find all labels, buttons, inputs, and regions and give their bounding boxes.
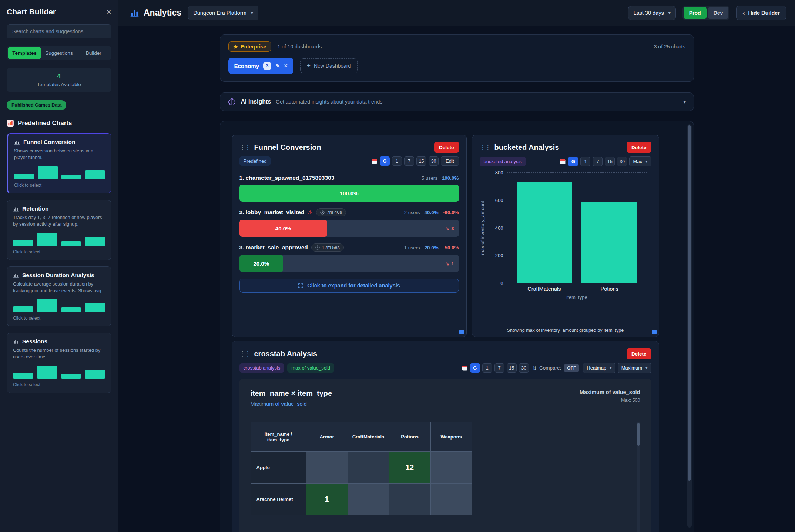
y-tick: 200 [495, 253, 503, 258]
template-card-funnel-conversion[interactable]: Funnel Conversion Shows conversion betwe… [7, 133, 111, 193]
chevron-down-icon: ▾ [610, 366, 612, 370]
tab-templates[interactable]: Templates [8, 47, 41, 59]
range-button-30[interactable]: 30 [429, 156, 439, 166]
mini-bar-chart [13, 231, 105, 246]
aggregation-value: Max [633, 159, 642, 164]
project-select[interactable]: Dungeon Era Platform ▾ [188, 6, 258, 20]
template-card-sessions[interactable]: Sessions Counts the number of sessions s… [7, 333, 111, 393]
bar-chart-icon [13, 339, 19, 344]
heat-cell[interactable] [348, 484, 389, 515]
tab-suggestions[interactable]: Suggestions [42, 47, 76, 59]
bar-label: 20.0% [254, 260, 269, 267]
close-icon[interactable]: × [284, 63, 288, 69]
heat-cell[interactable] [389, 484, 430, 515]
aggregation-select[interactable]: Maximum ▾ [618, 363, 651, 373]
ai-insights-bar[interactable]: AI Insights Get automated insights about… [220, 92, 694, 111]
template-card-retention[interactable]: Retention Tracks day 1, 3, 7 retention o… [7, 200, 111, 260]
drag-handle-icon[interactable]: ⋮⋮ [239, 144, 250, 151]
heat-cell[interactable] [430, 452, 472, 484]
heat-cell[interactable] [430, 484, 472, 515]
click-to-select-label: Click to select [14, 183, 105, 188]
search-input[interactable] [7, 24, 111, 38]
heat-cell[interactable] [348, 452, 389, 484]
close-icon[interactable]: × [106, 7, 111, 16]
edit-button[interactable]: Edit [441, 156, 459, 166]
range-button-1[interactable]: 1 [482, 363, 492, 373]
env-dev-button[interactable]: Dev [708, 7, 729, 19]
range-button-7[interactable]: 7 [404, 156, 414, 166]
date-range-select[interactable]: Last 30 days ▾ [628, 6, 675, 20]
range-button-30[interactable]: 30 [519, 363, 529, 373]
granularity-button[interactable]: G [470, 363, 480, 373]
granularity-button[interactable]: G [380, 156, 390, 166]
drag-handle-icon[interactable]: ⋮⋮ [239, 351, 250, 357]
crosstab-table-wrap: item_name \ item_type Armor CraftMateria… [251, 422, 640, 532]
new-dashboard-button[interactable]: + New Dashboard [300, 58, 358, 73]
bar-chart: max of inventory_amount 800 600 400 200 … [480, 172, 651, 301]
metric-badge: max of value_sold [287, 363, 334, 373]
bar-craftmaterials[interactable] [517, 182, 572, 283]
predefined-charts-title: Predefined Charts [18, 119, 72, 127]
panel-scrollbar[interactable] [687, 124, 692, 528]
delete-button[interactable]: Delete [627, 142, 651, 153]
chevron-down-icon[interactable]: ▾ [683, 98, 686, 105]
x-axis-label: item_type [507, 293, 647, 301]
duration-label: 7m 40s [327, 210, 342, 215]
calendar-icon[interactable] [462, 365, 468, 371]
matrix-metric-link[interactable]: Maximum of value_sold [251, 401, 332, 407]
bar-potions[interactable] [581, 202, 637, 283]
heat-cell[interactable]: 12 [389, 452, 430, 484]
range-button-7[interactable]: 7 [593, 157, 603, 166]
range-button-1[interactable]: 1 [580, 157, 590, 166]
range-button-15[interactable]: 15 [507, 363, 517, 373]
template-title: Retention [22, 205, 48, 212]
bar-chart-icon [13, 206, 19, 212]
heat-cell[interactable]: 1 [306, 484, 348, 515]
tab-builder[interactable]: Builder [77, 47, 110, 59]
step-label: 1. character_spawned_6175893303 [239, 175, 335, 181]
plan-label: Enterprise [241, 44, 266, 50]
bar-chart-icon [14, 139, 20, 145]
expand-icon [298, 283, 303, 289]
step-percent: 100.0% [442, 175, 459, 181]
calendar-icon[interactable] [371, 158, 378, 164]
templates-count: 4 [11, 73, 107, 80]
resize-handle[interactable] [652, 330, 657, 334]
table-row: Arachne Helmet 1 [251, 484, 472, 515]
template-description: Tracks day 1, 3, 7 retention of new play… [13, 214, 105, 228]
mini-bar-chart [13, 297, 105, 312]
heat-cell[interactable] [306, 452, 348, 484]
granularity-button[interactable]: G [568, 157, 578, 166]
hide-builder-button[interactable]: ‹ Hide Builder [736, 6, 786, 20]
range-button-15[interactable]: 15 [416, 156, 426, 166]
sidebar-tabs: Templates Suggestions Builder [7, 46, 111, 60]
view-mode-select[interactable]: Heatmap ▾ [583, 363, 615, 373]
expand-analysis-button[interactable]: Click to expand for detailed analysis [239, 279, 459, 293]
env-prod-button[interactable]: Prod [684, 7, 707, 19]
compare-toggle[interactable]: ⇅ Compare: OFF [533, 364, 580, 372]
table-scrollbar-thumb[interactable] [637, 423, 640, 446]
chart-type-badge: crosstab analysis [239, 363, 285, 373]
range-button-15[interactable]: 15 [605, 157, 615, 166]
edit-icon[interactable]: ✎ [275, 63, 280, 69]
step-users: 2 users [404, 210, 420, 215]
delete-button[interactable]: Delete [627, 348, 651, 359]
calendar-icon[interactable] [560, 158, 566, 165]
chevron-down-icon: ▾ [645, 366, 648, 370]
template-card-session-duration[interactable]: Session Duration Analysis Calculate aver… [7, 266, 111, 327]
range-button-30[interactable]: 30 [617, 157, 627, 166]
panel-scrollbar-thumb[interactable] [688, 125, 691, 481]
resize-handle[interactable] [459, 330, 464, 334]
delete-button[interactable]: Delete [434, 142, 459, 153]
drag-handle-icon[interactable]: ⋮⋮ [480, 144, 490, 151]
charts-panel: ⋮⋮ Funnel Conversion Delete Predefined G… [220, 121, 694, 532]
table-scrollbar[interactable] [637, 422, 640, 532]
template-description: Calculate average session duration by tr… [13, 281, 105, 294]
range-button-1[interactable]: 1 [392, 156, 402, 166]
dashboard-tab-economy[interactable]: Economy 3 ✎ × [228, 58, 293, 74]
range-button-7[interactable]: 7 [494, 363, 504, 373]
aggregation-select[interactable]: Max ▾ [629, 156, 651, 166]
plan-badge: ★ Enterprise [228, 41, 272, 52]
plot-area [507, 172, 647, 283]
dashboards-count: 1 of 10 dashboards [277, 44, 322, 50]
